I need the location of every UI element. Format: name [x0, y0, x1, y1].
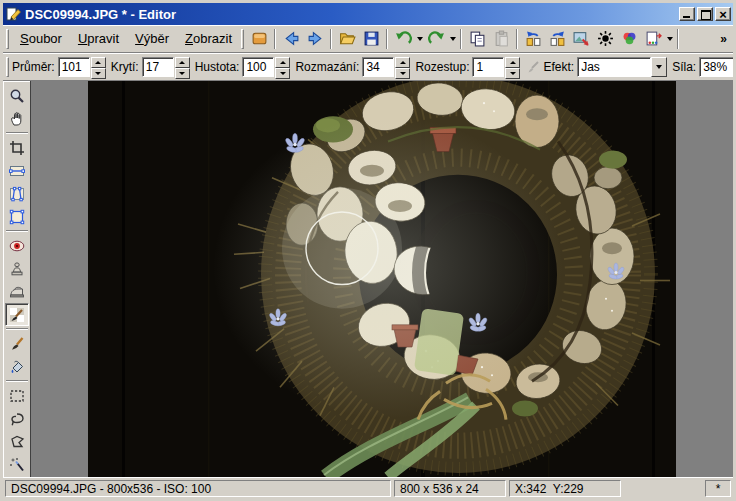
tool-magic-wand[interactable] — [5, 453, 29, 476]
palette-separator — [6, 132, 28, 134]
toolbar-overflow-button[interactable]: » — [716, 32, 731, 46]
save-button[interactable] — [359, 28, 383, 50]
param-kryti-down[interactable] — [175, 68, 190, 79]
tool-polygon-lasso[interactable] — [5, 430, 29, 453]
levels-button[interactable] — [593, 28, 617, 50]
crop-icon — [9, 140, 25, 156]
close-button[interactable]: × — [715, 7, 731, 21]
tool-red-eye[interactable] — [5, 234, 29, 257]
param-rozmazani-up[interactable] — [395, 57, 410, 68]
continuous-paint-toggle — [525, 56, 543, 78]
paint-toggle-icon — [526, 59, 542, 75]
menu-upravit[interactable]: Upravit — [70, 28, 127, 49]
window-title: DSC09994.JPG * - Editor — [25, 7, 679, 22]
param-prumer-down[interactable] — [91, 68, 106, 79]
toolbar-grip[interactable] — [241, 29, 244, 49]
param-kryti-input[interactable] — [142, 57, 174, 77]
copy-button[interactable] — [465, 28, 489, 50]
menu-soubor[interactable]: Soubor — [12, 28, 70, 49]
title-bar[interactable]: DSC09994.JPG * - Editor × — [3, 3, 733, 25]
maximize-button[interactable] — [697, 7, 713, 21]
parambar-grip[interactable] — [6, 57, 9, 77]
convert-dropdown[interactable] — [665, 28, 674, 50]
polygon-lasso-icon — [9, 434, 25, 450]
effect-value[interactable] — [577, 57, 651, 77]
param-rozestup-up[interactable] — [505, 57, 520, 68]
open-button[interactable] — [335, 28, 359, 50]
canvas-background[interactable] — [31, 81, 733, 477]
effect-combobox[interactable] — [577, 57, 667, 77]
colors-button[interactable] — [617, 28, 641, 50]
brightness-icon — [597, 30, 614, 47]
tool-rect-select[interactable] — [5, 384, 29, 407]
param-rozmazani-input[interactable] — [362, 57, 394, 77]
param-rozestup-input[interactable] — [472, 57, 504, 77]
menubar-grip[interactable] — [6, 29, 9, 49]
tool-crop[interactable] — [5, 136, 29, 159]
tool-zoom[interactable] — [5, 84, 29, 107]
param-sila-label: Síla: — [672, 60, 696, 74]
param-sila-input[interactable] — [699, 57, 735, 77]
forward-arrow-icon — [307, 30, 324, 47]
hand-icon — [9, 111, 25, 127]
palette-separator — [6, 328, 28, 330]
forward-button[interactable] — [303, 28, 327, 50]
param-prumer-label: Průměr: — [12, 60, 55, 74]
effect-dropdown-button[interactable] — [651, 57, 667, 77]
tool-deform[interactable] — [5, 205, 29, 228]
param-rozmazani: Rozmazání: — [295, 57, 410, 77]
toolbar-separator — [460, 29, 462, 49]
tool-fill[interactable] — [5, 355, 29, 378]
tool-lasso[interactable] — [5, 407, 29, 430]
redo-dropdown[interactable] — [448, 28, 457, 50]
perspective-icon — [9, 186, 25, 202]
rotate-left-button[interactable] — [521, 28, 545, 50]
photo-canvas[interactable] — [88, 81, 676, 477]
param-kryti-label: Krytí: — [111, 60, 139, 74]
resize-image-button[interactable] — [569, 28, 593, 50]
zoom-icon — [9, 88, 25, 104]
param-rozestup-down[interactable] — [505, 68, 520, 79]
browser-button[interactable] — [247, 28, 271, 50]
chevron-down-icon — [656, 65, 662, 72]
menu-zobrazit[interactable]: Zobrazit — [177, 28, 240, 49]
param-prumer-input[interactable] — [58, 57, 90, 77]
param-hustota-input[interactable] — [242, 57, 274, 77]
undo-button[interactable] — [391, 28, 415, 50]
deform-frame-icon — [9, 209, 25, 225]
param-efekt-label: Efekt: — [543, 60, 574, 74]
back-arrow-icon — [283, 30, 300, 47]
param-prumer-up[interactable] — [91, 57, 106, 68]
clone-stamp-icon — [9, 261, 25, 277]
minimize-button[interactable] — [679, 7, 695, 21]
tool-iron[interactable] — [5, 280, 29, 303]
tool-horizon[interactable] — [5, 159, 29, 182]
param-hustota-down[interactable] — [275, 68, 290, 79]
param-kryti-up[interactable] — [175, 57, 190, 68]
tool-retouch-brush[interactable] — [5, 303, 29, 326]
resize-image-icon — [573, 30, 590, 47]
redo-button[interactable] — [424, 28, 448, 50]
back-button[interactable] — [279, 28, 303, 50]
chevron-down-icon — [417, 37, 423, 44]
param-hustota-up[interactable] — [275, 57, 290, 68]
chevron-down-icon — [450, 37, 456, 44]
tool-paintbrush[interactable] — [5, 332, 29, 355]
param-prumer: Průměr: — [12, 57, 106, 77]
rgb-colors-icon — [621, 30, 638, 47]
retouch-brush-icon — [9, 307, 25, 323]
undo-dropdown[interactable] — [415, 28, 424, 50]
status-file-info: DSC09994.JPG - 800x536 - ISO: 100 — [5, 480, 391, 497]
status-bar: DSC09994.JPG - 800x536 - ISO: 100 800 x … — [3, 477, 733, 498]
convert-button[interactable] — [641, 28, 665, 50]
rect-select-icon — [9, 388, 25, 404]
tool-hand[interactable] — [5, 107, 29, 130]
tool-perspective[interactable] — [5, 182, 29, 205]
menu-toolbar-row: Soubor Upravit Výběr Zobrazit — [3, 25, 733, 53]
param-rozmazani-down[interactable] — [395, 68, 410, 79]
main-area — [3, 81, 733, 477]
rotate-right-button[interactable] — [545, 28, 569, 50]
paste-button — [489, 28, 513, 50]
tool-clone-stamp[interactable] — [5, 257, 29, 280]
menu-vyber[interactable]: Výběr — [127, 28, 177, 49]
